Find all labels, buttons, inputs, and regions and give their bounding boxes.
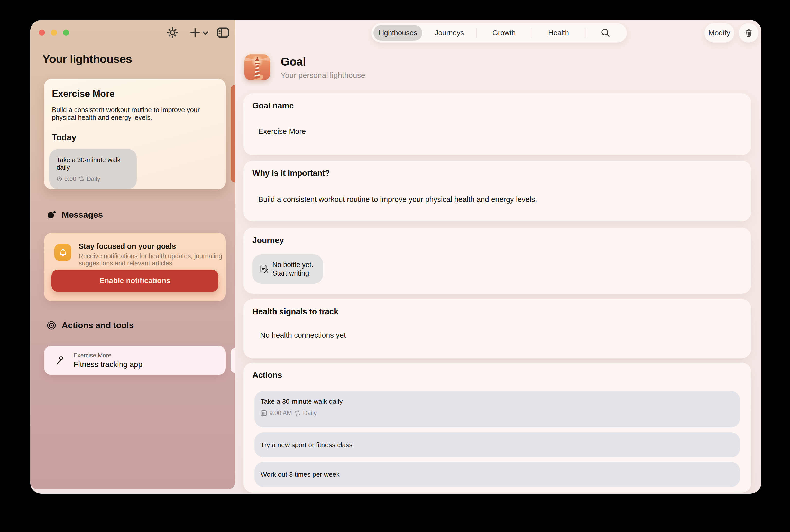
action-title: Take a 30-minute walk daily	[261, 398, 343, 405]
health-signals-header: Health signals to track	[252, 307, 339, 316]
messages-bubble-icon	[47, 210, 56, 220]
enable-notifications-button[interactable]: Enable notifications	[52, 270, 218, 292]
health-signals-value: No health connections yet	[260, 331, 346, 340]
action-item[interactable]: Work out 3 times per week	[254, 462, 740, 487]
today-label: Today	[52, 133, 217, 142]
notification-prompt-card: Stay focused on your goals Receive notif…	[44, 233, 226, 301]
notification-body: Receive notifications for health updates…	[79, 252, 223, 267]
search-icon	[601, 28, 610, 38]
add-menu-chevron-icon[interactable]	[202, 31, 209, 36]
notification-title: Stay focused on your goals	[79, 242, 176, 251]
journey-card: Journey No bottle yet. Start writing.	[243, 228, 751, 294]
journey-header: Journey	[252, 235, 284, 245]
tab-bar: Lighthouses Journeys Growth Health	[371, 23, 627, 43]
action-time: 9:00 AM	[269, 410, 292, 417]
trash-icon	[744, 28, 753, 38]
tab-growth[interactable]: Growth	[477, 29, 531, 37]
repeat-icon	[294, 410, 301, 416]
clock-icon	[57, 176, 62, 182]
task-time: 9:00	[64, 175, 76, 183]
sidebar: Your lighthouses Exercise More Build a c…	[30, 20, 235, 489]
goal-name-value: Exercise More	[258, 127, 306, 136]
bell-badge	[55, 244, 72, 261]
action-repeat: Daily	[303, 410, 316, 417]
minimize-window-button[interactable]	[51, 30, 57, 36]
app-window: Your lighthouses Exercise More Build a c…	[30, 20, 761, 494]
action-item[interactable]: Try a new sport or fitness class	[254, 432, 740, 457]
add-lighthouse-button[interactable]	[190, 27, 200, 38]
task-repeat: Daily	[86, 175, 100, 183]
tab-journeys[interactable]: Journeys	[422, 29, 477, 37]
messages-header: Messages	[62, 210, 103, 220]
actions-header: Actions	[252, 370, 282, 380]
start-writing-pill[interactable]: No bottle yet. Start writing.	[252, 254, 323, 284]
lighthouse-card-description: Build a consistent workout routine to im…	[52, 106, 209, 121]
action-title: Try a new sport or fitness class	[261, 441, 352, 449]
lighthouse-card-exercise-more[interactable]: Exercise More Build a consistent workout…	[44, 79, 226, 189]
toggle-sidebar-button[interactable]	[217, 27, 229, 38]
next-tool-card-peek[interactable]	[231, 348, 235, 373]
page-title: Goal	[281, 55, 306, 68]
tool-context-label: Exercise More	[74, 352, 142, 359]
tool-title: Fitness tracking app	[74, 360, 142, 369]
search-button[interactable]	[586, 28, 625, 38]
why-important-card: Why is it important? Build a consistent …	[243, 160, 751, 221]
modify-button[interactable]: Modify	[705, 23, 734, 43]
lighthouse-card-title: Exercise More	[52, 89, 217, 99]
repeat-icon	[78, 176, 84, 182]
settings-gear-icon[interactable]	[167, 27, 178, 38]
close-window-button[interactable]	[39, 30, 45, 36]
actions-card: Actions Take a 30-minute walk daily	[243, 363, 751, 493]
today-task-pill[interactable]: Take a 30-minute walk daily 9:00	[49, 149, 137, 189]
task-title: Take a 30-minute walk daily	[57, 156, 130, 171]
hammer-icon	[55, 355, 65, 365]
tab-lighthouses[interactable]: Lighthouses	[373, 25, 422, 41]
delete-button[interactable]	[739, 23, 758, 43]
lighthouse-app-icon	[245, 55, 270, 80]
why-important-value: Build a consistent workout routine to im…	[258, 195, 537, 204]
action-item[interactable]: Take a 30-minute walk daily 9:00 AM	[254, 391, 740, 428]
main-pane: Lighthouses Journeys Growth Health Modif…	[235, 20, 761, 494]
health-signals-card: Health signals to track No health connec…	[243, 299, 751, 358]
why-important-header: Why is it important?	[252, 168, 330, 178]
calendar-icon	[261, 410, 267, 416]
journey-empty-line2: Start writing.	[272, 269, 313, 278]
tool-card-fitness-app[interactable]: Exercise More Fitness tracking app	[44, 346, 226, 375]
journey-empty-line1: No bottle yet.	[272, 261, 313, 269]
actions-and-tools-header: Actions and tools	[62, 320, 134, 330]
target-icon	[47, 321, 56, 330]
next-lighthouse-card-peek[interactable]	[231, 85, 235, 183]
goal-name-header: Goal name	[252, 101, 294, 111]
tab-health[interactable]: Health	[532, 29, 586, 37]
action-title: Work out 3 times per week	[261, 471, 340, 478]
sidebar-title: Your lighthouses	[42, 53, 132, 66]
zoom-window-button[interactable]	[63, 30, 69, 36]
window-controls	[39, 30, 69, 36]
goal-name-card: Goal name Exercise More	[243, 93, 751, 155]
note-pencil-icon	[259, 264, 269, 274]
page-subtitle: Your personal lighthouse	[281, 71, 365, 80]
